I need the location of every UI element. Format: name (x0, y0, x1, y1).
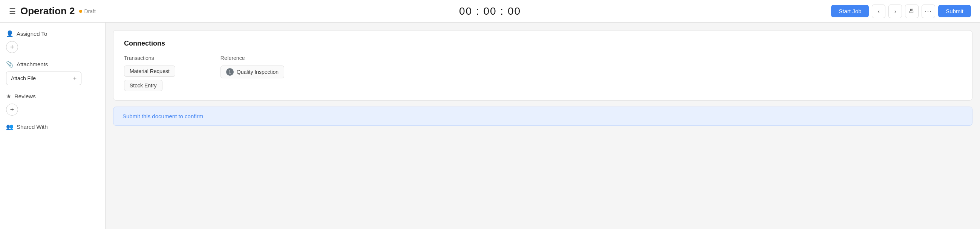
connections-card: Connections Transactions Material Reques… (113, 30, 972, 100)
timer-separator-2: : (500, 5, 508, 17)
start-job-button[interactable]: Start Job (831, 5, 869, 17)
material-request-label: Material Request (130, 68, 170, 74)
person-icon: 👤 (6, 30, 14, 37)
more-button[interactable]: ··· (921, 5, 935, 18)
transactions-tags: Material Request Stock Entry (124, 65, 175, 91)
quality-inspection-tag[interactable]: 1 Quality Inspection (221, 65, 284, 78)
stock-entry-tag[interactable]: Stock Entry (124, 80, 162, 91)
content-area: Connections Transactions Material Reques… (105, 22, 980, 229)
timer-display: 00 : 00 : 00 (459, 5, 521, 17)
sidebar-section-assigned-to: 👤 Assigned To + (6, 30, 99, 53)
quality-inspection-count: 1 (226, 68, 234, 76)
page-title: Operation 2 (21, 5, 75, 17)
submit-button[interactable]: Submit (938, 5, 971, 17)
more-icon: ··· (925, 8, 932, 15)
attach-plus-icon: + (73, 75, 76, 82)
reference-column: Reference 1 Quality Inspection (221, 55, 284, 91)
submit-banner-text: Submit this document to confirm (123, 113, 203, 119)
header: ☰ Operation 2 Draft 00 : 00 : 00 Start J… (0, 0, 980, 22)
header-timer-area: 00 : 00 : 00 (459, 5, 521, 17)
add-review-button[interactable]: + (6, 103, 18, 116)
star-icon: ★ (6, 93, 11, 100)
sidebar-section-attachments: 📎 Attachments Attach File + (6, 60, 99, 85)
shared-with-label-row: 👥 Shared With (6, 123, 99, 130)
sidebar: 👤 Assigned To + 📎 Attachments Attach Fil… (0, 22, 105, 229)
assigned-to-label: Assigned To (17, 30, 47, 37)
reference-column-title: Reference (221, 55, 284, 61)
material-request-tag[interactable]: Material Request (124, 65, 175, 77)
reference-tags: 1 Quality Inspection (221, 65, 284, 78)
quality-inspection-label: Quality Inspection (237, 69, 278, 75)
attach-file-button[interactable]: Attach File + (6, 72, 81, 85)
draft-label: Draft (84, 8, 95, 14)
header-right: Start Job ‹ › 🖶 ··· Submit (831, 5, 971, 18)
print-button[interactable]: 🖶 (905, 5, 919, 18)
transactions-column-title: Transactions (124, 55, 175, 61)
connections-grid: Transactions Material Request Stock Entr… (124, 55, 961, 91)
submit-banner[interactable]: Submit this document to confirm (113, 107, 972, 126)
timer-minutes: 00 (483, 5, 496, 17)
menu-icon[interactable]: ☰ (9, 8, 16, 15)
draft-badge: Draft (79, 8, 95, 14)
print-icon: 🖶 (909, 8, 915, 15)
draft-dot-icon (79, 10, 82, 13)
sidebar-section-shared-with: 👥 Shared With (6, 123, 99, 130)
reviews-label-row: ★ Reviews (6, 93, 99, 100)
stock-entry-label: Stock Entry (130, 83, 157, 89)
add-assigned-to-button[interactable]: + (6, 41, 18, 53)
attachments-label-row: 📎 Attachments (6, 60, 99, 68)
transactions-column: Transactions Material Request Stock Entr… (124, 55, 175, 91)
main-layout: 👤 Assigned To + 📎 Attachments Attach Fil… (0, 22, 980, 229)
sidebar-section-reviews: ★ Reviews + (6, 93, 99, 116)
connections-title: Connections (124, 40, 961, 48)
header-left: ☰ Operation 2 Draft (9, 5, 831, 17)
people-icon: 👥 (6, 123, 14, 130)
attachments-label: Attachments (17, 61, 48, 67)
reviews-label: Reviews (14, 93, 36, 99)
timer-separator-1: : (476, 5, 484, 17)
paperclip-icon: 📎 (6, 60, 14, 68)
timer-seconds: 00 (508, 5, 521, 17)
prev-button[interactable]: ‹ (872, 5, 885, 18)
timer-hours: 00 (459, 5, 472, 17)
assigned-to-label-row: 👤 Assigned To (6, 30, 99, 37)
next-button[interactable]: › (888, 5, 902, 18)
attach-file-label: Attach File (11, 75, 36, 81)
shared-with-label: Shared With (17, 124, 48, 130)
